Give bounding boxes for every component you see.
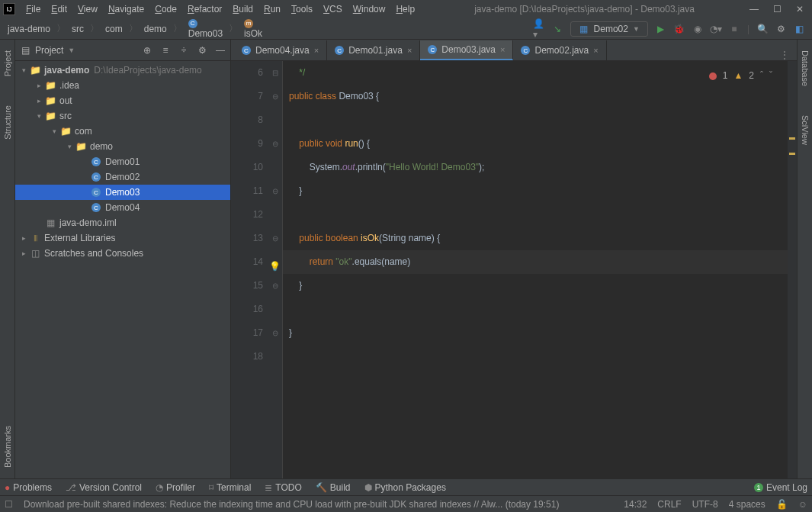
tree-src[interactable]: ▾📁src [15,108,230,124]
error-count: 1 [723,64,728,88]
plugin-icon[interactable]: ◧ [794,24,804,34]
settings-icon[interactable]: ⚙ [775,24,786,34]
tab-profiler[interactable]: ◔Profiler [156,482,195,493]
tab-problems[interactable]: ●Problems [5,482,52,493]
project-panel: ▤ Project ▼ ⊕ ≡ ÷ ⚙ — ▾📁 java-demo D:\Id… [15,40,231,478]
status-position[interactable]: 14:32 [624,499,647,510]
tab-todo[interactable]: ≣TODO [265,482,301,493]
lock-icon[interactable]: 🔓 [776,499,788,510]
tab-python-packages[interactable]: ⬢Python Packages [364,482,446,493]
left-tab-structure[interactable]: Structure [2,102,14,143]
event-badge-icon: 1 [754,483,763,492]
right-tab-sciview[interactable]: SciView [799,112,811,148]
status-line-separator[interactable]: CRLF [657,499,681,510]
chevron-down-icon[interactable]: ˇ [769,64,772,88]
class-icon: C [521,46,530,55]
gutter: ⊟⊖⊖⊖⊖💡⊖⊖ [271,61,283,478]
breadcrumb-com[interactable]: com [101,22,127,36]
breadcrumb-java-demo[interactable]: java-demo [3,22,55,36]
right-tab-database[interactable]: Database [799,47,811,89]
user-icon[interactable]: 👤▾ [534,24,544,34]
breadcrumb-src[interactable]: src [67,22,88,36]
run-config-icon: ▦ [579,24,589,34]
left-tab-project[interactable]: Project [2,47,14,79]
file-tab-demo01[interactable]: CDemo01.java× [327,40,420,60]
tab-build[interactable]: 🔨Build [316,482,351,493]
tree-class-demo04[interactable]: CDemo04 [15,200,230,215]
navigation-bar: java-demo〉src〉com〉demo〉CDemo03〉misOk 👤▾ … [0,18,812,40]
project-header: ▤ Project ▼ ⊕ ≡ ÷ ⚙ — [15,40,230,61]
run-config-label: Demo02 [594,24,628,34]
inspections-widget[interactable]: 1 ▲ 2 ˆ ˇ [709,64,772,88]
chevron-up-icon[interactable]: ˆ [760,64,763,88]
breadcrumb-demo[interactable]: demo [140,22,172,36]
profile-icon[interactable]: ◔▾ [711,24,721,34]
file-tab-demo04[interactable]: CDemo04.java× [234,40,327,60]
status-indent[interactable]: 4 spaces [729,499,765,510]
run-icon[interactable]: ▶ [656,24,666,34]
window-manager-icon[interactable]: ☐ [5,499,13,510]
file-tab-demo02[interactable]: CDemo02.java× [513,40,606,60]
warning-icon: ▲ [733,64,743,88]
collapse-icon[interactable]: ÷ [178,45,189,56]
tree-class-demo01[interactable]: CDemo01 [15,154,230,169]
editor[interactable]: 6789101112131415161718 ⊟⊖⊖⊖⊖💡⊖⊖ 1 ▲ 2 ˆ … [231,61,797,478]
maximize-icon[interactable]: ☐ [772,5,782,14]
tree-com[interactable]: ▾📁com [15,124,230,139]
menu-tools[interactable]: Tools [287,2,317,16]
code-area[interactable]: 1 ▲ 2 ˆ ˇ */public class Demo03 { public… [283,61,788,478]
tree-scratches[interactable]: ▸◫Scratches and Consoles [15,246,230,261]
hector-icon[interactable]: ☺ [798,499,807,510]
breadcrumb-isok[interactable]: misOk [239,18,267,40]
tab-version-control[interactable]: ⎇Version Control [66,482,142,493]
search-icon[interactable]: 🔍 [757,24,768,34]
error-stripe[interactable] [788,61,797,478]
menu-navigate[interactable]: Navigate [104,2,149,16]
status-message: Download pre-built shared indexes: Reduc… [24,499,559,510]
hide-icon[interactable]: — [215,45,226,56]
expand-icon[interactable]: ≡ [160,45,171,56]
menu-window[interactable]: Window [348,2,390,16]
minimize-icon[interactable]: — [749,5,759,14]
close-tab-icon[interactable]: × [500,45,505,54]
menu-code[interactable]: Code [150,2,181,16]
tree-demo[interactable]: ▾📁demo [15,139,230,154]
debug-icon[interactable]: 🐞 [674,24,685,34]
menu-view[interactable]: View [73,2,102,16]
tree-class-demo03[interactable]: CDemo03 [15,185,230,200]
run-config-selector[interactable]: ▦ Demo02 ▼ [570,21,648,37]
select-opened-icon[interactable]: ⊕ [142,45,152,56]
menu-edit[interactable]: Edit [47,2,72,16]
tab-terminal[interactable]: ⌑Terminal [209,482,251,493]
hammer-icon[interactable]: ↘ [552,24,563,34]
menu-run[interactable]: Run [259,2,285,16]
tree-idea[interactable]: ▸📁.idea [15,78,230,93]
project-tree[interactable]: ▾📁 java-demo D:\IdeaProjects\java-demo ▸… [15,61,230,478]
tree-iml[interactable]: ▦java-demo.iml [15,215,230,230]
status-bar: ☐ Download pre-built shared indexes: Red… [0,495,812,512]
coverage-icon[interactable]: ◉ [692,24,703,34]
breadcrumb-demo03[interactable]: CDemo03 [184,18,227,40]
menu-file[interactable]: File [21,2,45,16]
status-encoding[interactable]: UTF-8 [692,499,718,510]
close-tab-icon[interactable]: × [314,46,319,55]
menu-build[interactable]: Build [228,2,258,16]
close-icon[interactable]: ✕ [795,5,804,14]
stop-icon[interactable]: ■ [729,24,740,34]
chevron-down-icon[interactable]: ▼ [68,47,75,54]
file-tab-demo03[interactable]: CDemo03.java× [420,40,513,60]
left-tab-bookmarks[interactable]: Bookmarks [2,423,14,471]
tab-event-log[interactable]: 1Event Log [754,482,807,493]
tree-external-libraries[interactable]: ▸⫴External Libraries [15,230,230,246]
gear-icon[interactable]: ⚙ [197,45,207,56]
tree-class-demo02[interactable]: CDemo02 [15,169,230,185]
tab-more-icon[interactable]: ⋮ [772,50,797,60]
close-tab-icon[interactable]: × [593,46,598,55]
menu-vcs[interactable]: VCS [319,2,347,16]
tree-root-name: java-demo [44,65,89,76]
close-tab-icon[interactable]: × [407,46,412,55]
menu-help[interactable]: Help [391,2,419,16]
menu-refactor[interactable]: Refactor [183,2,226,16]
tree-out[interactable]: ▸📁out [15,93,230,108]
tree-root[interactable]: ▾📁 java-demo D:\IdeaProjects\java-demo [15,63,230,78]
